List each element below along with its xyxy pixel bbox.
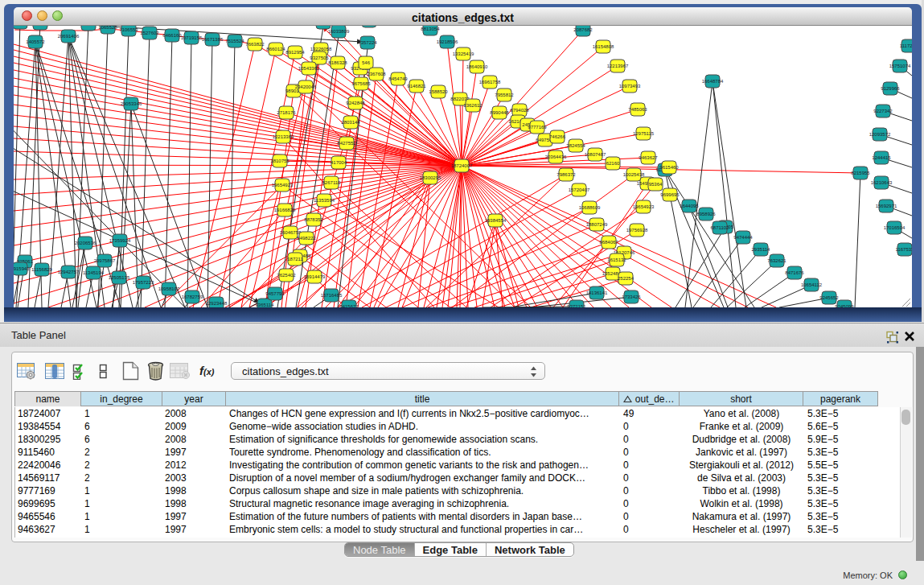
svg-text:15751074: 15751074 xyxy=(889,64,911,68)
svg-text:12942757: 12942757 xyxy=(58,270,80,274)
svg-text:12093572: 12093572 xyxy=(869,132,891,137)
svg-text:7955812: 7955812 xyxy=(495,93,514,97)
svg-text:2718176: 2718176 xyxy=(277,110,296,115)
svg-text:5498222: 5498222 xyxy=(297,236,316,241)
svg-text:17957223: 17957223 xyxy=(133,280,154,285)
svg-text:3675685: 3675685 xyxy=(351,81,371,86)
svg-text:8186328: 8186328 xyxy=(328,60,347,65)
svg-text:20691406: 20691406 xyxy=(58,34,80,39)
svg-text:9463627: 9463627 xyxy=(639,155,658,160)
svg-text:9327505: 9327505 xyxy=(310,56,329,60)
svg-text:7986372: 7986372 xyxy=(556,172,576,177)
svg-text:13325419: 13325419 xyxy=(453,51,474,56)
svg-text:3915941: 3915941 xyxy=(14,266,30,271)
svg-text:9242848: 9242848 xyxy=(346,101,365,105)
svg-text:12213967: 12213967 xyxy=(607,64,629,68)
svg-text:1810755: 1810755 xyxy=(270,159,290,163)
svg-text:10654112: 10654112 xyxy=(801,282,823,287)
svg-text:17016504: 17016504 xyxy=(884,225,906,230)
svg-text:18300295: 18300295 xyxy=(420,175,441,180)
svg-text:16782759: 16782759 xyxy=(182,295,203,299)
svg-text:12923448: 12923448 xyxy=(206,301,228,306)
svg-text:546: 546 xyxy=(362,60,371,65)
svg-text:15720407: 15720407 xyxy=(569,187,590,192)
svg-text:1615132: 1615132 xyxy=(607,257,626,262)
svg-text:7663822: 7663822 xyxy=(245,42,265,47)
svg-text:1527602: 1527602 xyxy=(140,31,159,35)
svg-text:7106553: 7106553 xyxy=(119,27,138,32)
svg-text:19218506: 19218506 xyxy=(437,39,458,44)
svg-text:15692971: 15692971 xyxy=(876,204,897,208)
svg-text:6794028: 6794028 xyxy=(510,108,529,113)
svg-text:8878352: 8878352 xyxy=(304,217,323,222)
svg-text:3824554: 3824554 xyxy=(566,143,585,148)
svg-text:10807487: 10807487 xyxy=(585,152,606,157)
svg-text:18640910: 18640910 xyxy=(466,64,488,69)
svg-text:9457791: 9457791 xyxy=(265,291,285,296)
svg-text:16914479: 16914479 xyxy=(304,274,326,279)
svg-text:19654923: 19654923 xyxy=(272,183,294,187)
svg-text:20206536: 20206536 xyxy=(75,241,97,245)
svg-text:9227342: 9227342 xyxy=(873,109,893,113)
svg-text:8813054: 8813054 xyxy=(421,27,440,31)
svg-text:1244415: 1244415 xyxy=(872,155,891,160)
svg-text:7515524: 7515524 xyxy=(225,39,244,43)
svg-text:7485063: 7485063 xyxy=(628,107,647,112)
svg-text:1362612: 1362612 xyxy=(463,103,483,108)
svg-text:2367608: 2367608 xyxy=(367,72,386,76)
svg-text:9146821: 9146821 xyxy=(407,84,426,89)
svg-text:17359924: 17359924 xyxy=(109,238,131,243)
svg-text:11353594: 11353594 xyxy=(314,198,335,203)
svg-text:1065528: 1065528 xyxy=(98,26,117,30)
svg-text:10719155: 10719155 xyxy=(181,35,203,40)
svg-text:9129966: 9129966 xyxy=(881,86,900,91)
svg-text:19654923: 19654923 xyxy=(633,204,655,209)
svg-text:9245652: 9245652 xyxy=(819,295,839,300)
svg-text:12505135: 12505135 xyxy=(109,275,130,280)
svg-text:6466160: 6466160 xyxy=(162,33,182,38)
svg-text:11345194: 11345194 xyxy=(83,270,105,275)
svg-text:1167533: 1167533 xyxy=(896,247,912,252)
svg-text:7632621: 7632621 xyxy=(767,258,786,263)
svg-text:8958926: 8958926 xyxy=(696,212,716,216)
svg-text:1644095: 1644095 xyxy=(680,204,699,208)
svg-text:252254: 252254 xyxy=(618,276,634,281)
svg-text:16154808: 16154808 xyxy=(593,44,614,49)
svg-text:8267110: 8267110 xyxy=(322,180,342,185)
svg-text:12975115: 12975115 xyxy=(633,131,655,136)
svg-text:62160: 62160 xyxy=(606,161,620,166)
svg-text:9777169: 9777169 xyxy=(528,125,547,130)
svg-text:11156829: 11156829 xyxy=(31,267,52,272)
svg-text:1405572: 1405572 xyxy=(26,39,45,44)
svg-text:8215955: 8215955 xyxy=(851,171,870,175)
svg-text:1733426: 1733426 xyxy=(622,295,641,299)
svg-text:16671385: 16671385 xyxy=(202,37,224,42)
svg-text:16046758: 16046758 xyxy=(280,230,302,235)
svg-text:9615460: 9615460 xyxy=(659,165,679,170)
svg-text:15716485: 15716485 xyxy=(321,293,343,298)
svg-text:23420046: 23420046 xyxy=(295,84,317,89)
svg-text:16648784: 16648784 xyxy=(702,79,724,84)
svg-text:20975867: 20975867 xyxy=(94,258,116,263)
svg-text:2803144: 2803144 xyxy=(341,120,360,125)
svg-text:29053346: 29053346 xyxy=(121,101,142,106)
svg-text:20364436: 20364436 xyxy=(545,154,567,159)
svg-text:1117205: 1117205 xyxy=(900,43,912,48)
svg-text:16961758: 16961758 xyxy=(479,80,501,84)
svg-text:7357224: 7357224 xyxy=(358,40,377,45)
svg-text:19756928: 19756928 xyxy=(626,228,648,233)
svg-text:8990448: 8990448 xyxy=(490,110,509,115)
svg-text:417004: 417004 xyxy=(331,160,347,165)
svg-text:8471676: 8471676 xyxy=(785,270,804,275)
svg-text:13226058: 13226058 xyxy=(310,47,332,51)
svg-text:8454749: 8454749 xyxy=(388,76,408,81)
svg-text:187211: 187211 xyxy=(287,257,303,262)
svg-text:746266: 746266 xyxy=(549,134,566,139)
svg-text:10958107: 10958107 xyxy=(158,286,180,291)
svg-text:2087682: 2087682 xyxy=(573,27,593,32)
svg-text:18724007: 18724007 xyxy=(451,163,473,168)
svg-text:12213389: 12213389 xyxy=(273,134,294,139)
svg-text:9699695: 9699695 xyxy=(660,192,680,197)
svg-text:19384554: 19384554 xyxy=(485,218,507,223)
svg-text:10688609: 10688609 xyxy=(579,205,601,210)
